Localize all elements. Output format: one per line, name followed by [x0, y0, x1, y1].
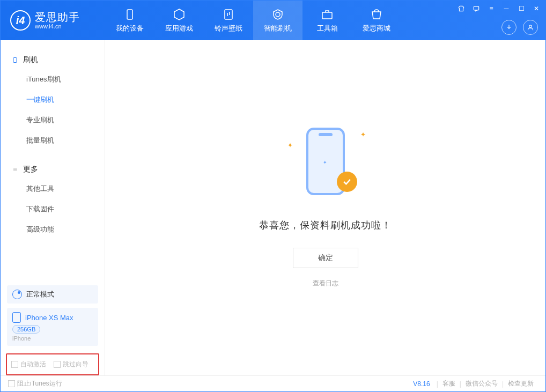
- apps-icon: [172, 8, 186, 21]
- sidebar-item-batch-flash[interactable]: 批量刷机: [1, 130, 105, 151]
- footer-update[interactable]: 检查更新: [508, 379, 534, 388]
- header-actions: [501, 20, 538, 35]
- nav-tab-toolbox[interactable]: 工具箱: [302, 1, 352, 40]
- success-illustration: ✦ ✦ ✦: [291, 128, 360, 203]
- check-badge-icon: [337, 172, 357, 192]
- nav-label: 智能刷机: [264, 24, 292, 33]
- ringtone-icon: [222, 8, 235, 21]
- nav-tab-apps[interactable]: 应用游戏: [154, 1, 204, 40]
- sidebar-scroll: 刷机 iTunes刷机 一键刷机 专业刷机 批量刷机 ≡ 更多 其他工具 下载固…: [1, 40, 105, 282]
- logo-area[interactable]: i4 爱思助手 www.i4.cn: [1, 10, 105, 31]
- feedback-icon[interactable]: [471, 4, 481, 13]
- app-logo-icon: i4: [10, 10, 31, 31]
- svg-rect-2: [322, 12, 332, 19]
- sidebar: 刷机 iTunes刷机 一键刷机 专业刷机 批量刷机 ≡ 更多 其他工具 下载固…: [1, 40, 105, 375]
- skin-icon[interactable]: [456, 4, 466, 13]
- device-mode: 正常模式: [26, 290, 54, 299]
- sparkle-icon: ✦: [323, 160, 327, 165]
- app-title: 爱思助手: [35, 11, 80, 23]
- device-info-row[interactable]: iPhone XS Max 256GB iPhone: [7, 308, 98, 346]
- nav-tab-store[interactable]: 爱思商城: [352, 1, 401, 40]
- store-icon: [370, 8, 383, 21]
- svg-rect-5: [13, 58, 17, 63]
- nav-tab-ringtone[interactable]: 铃声壁纸: [204, 1, 253, 40]
- maximize-button[interactable]: ☐: [517, 4, 526, 13]
- toolbox-icon: [320, 8, 334, 21]
- footer-support[interactable]: 客服: [442, 379, 455, 388]
- mode-icon: [12, 290, 22, 299]
- sparkle-icon: ✦: [360, 131, 366, 138]
- svg-rect-0: [127, 10, 132, 19]
- nav-label: 我的设备: [116, 24, 144, 33]
- ok-button[interactable]: 确定: [293, 248, 358, 268]
- device-icon: [123, 8, 137, 21]
- sidebar-item-pro-flash[interactable]: 专业刷机: [1, 110, 105, 130]
- checkbox-block-itunes[interactable]: 阻止iTunes运行: [8, 379, 62, 388]
- nav-label: 铃声壁纸: [215, 24, 242, 33]
- phone-icon: [11, 56, 19, 64]
- version-label: V8.16: [413, 380, 430, 388]
- nav-tab-device[interactable]: 我的设备: [105, 1, 154, 40]
- sidebar-group-more: ≡ 更多: [1, 160, 105, 179]
- window-controls: ≡ ─ ☐ ✕: [456, 4, 541, 13]
- device-name: iPhone XS Max: [25, 314, 73, 322]
- group-label: 更多: [23, 165, 38, 174]
- nav-tab-flash[interactable]: 智能刷机: [253, 1, 302, 40]
- group-label: 刷机: [23, 55, 38, 65]
- body: 刷机 iTunes刷机 一键刷机 专业刷机 批量刷机 ≡ 更多 其他工具 下载固…: [1, 40, 545, 375]
- footer-wechat[interactable]: 微信公众号: [466, 379, 498, 388]
- main-content: ✦ ✦ ✦ 恭喜您，保资料刷机成功啦！ 确定 查看日志: [105, 40, 545, 375]
- device-subtype: iPhone: [12, 335, 93, 342]
- device-mode-row[interactable]: 正常模式: [7, 285, 98, 304]
- sidebar-group-flash: 刷机: [1, 51, 105, 69]
- flash-icon: [271, 8, 285, 21]
- minimize-button[interactable]: ─: [501, 4, 511, 13]
- sidebar-item-oneclick-flash[interactable]: 一键刷机: [1, 90, 105, 110]
- close-button[interactable]: ✕: [532, 4, 541, 13]
- app-header: i4 爱思助手 www.i4.cn 我的设备 应用游戏 铃声壁纸 智能刷机 工具…: [1, 1, 545, 40]
- sidebar-item-other-tools[interactable]: 其他工具: [1, 179, 105, 199]
- nav-tabs: 我的设备 应用游戏 铃声壁纸 智能刷机 工具箱 爱思商城: [105, 1, 401, 40]
- success-message: 恭喜您，保资料刷机成功啦！: [259, 219, 392, 232]
- device-capacity: 256GB: [12, 325, 40, 334]
- sidebar-item-itunes-flash[interactable]: iTunes刷机: [1, 69, 105, 90]
- svg-rect-3: [474, 6, 478, 10]
- footer-left: 阻止iTunes运行: [8, 379, 62, 388]
- more-icon: ≡: [11, 166, 19, 173]
- svg-point-4: [529, 25, 532, 28]
- app-subtitle: www.i4.cn: [35, 23, 80, 29]
- view-log-link[interactable]: 查看日志: [313, 279, 338, 288]
- phone-small-icon: [12, 312, 21, 323]
- user-button[interactable]: [523, 20, 538, 35]
- sidebar-item-download-fw[interactable]: 下载固件: [1, 199, 105, 219]
- nav-label: 工具箱: [317, 24, 338, 33]
- logo-text: 爱思助手 www.i4.cn: [35, 11, 80, 29]
- footer: 阻止iTunes运行 V8.16 | 客服 | 微信公众号 | 检查更新: [1, 375, 545, 391]
- nav-label: 应用游戏: [165, 24, 193, 33]
- checkbox-skip-guide[interactable]: 跳过向导: [54, 360, 88, 369]
- sparkle-icon: ✦: [287, 142, 293, 149]
- sidebar-item-advanced[interactable]: 高级功能: [1, 219, 105, 240]
- nav-label: 爱思商城: [363, 24, 390, 33]
- download-button[interactable]: [501, 20, 517, 35]
- options-row: 自动激活 跳过向导: [6, 353, 99, 375]
- menu-icon[interactable]: ≡: [486, 4, 496, 13]
- checkbox-auto-activate[interactable]: 自动激活: [11, 360, 46, 369]
- device-panel: 正常模式 iPhone XS Max 256GB iPhone: [7, 285, 98, 346]
- svg-rect-1: [225, 10, 232, 19]
